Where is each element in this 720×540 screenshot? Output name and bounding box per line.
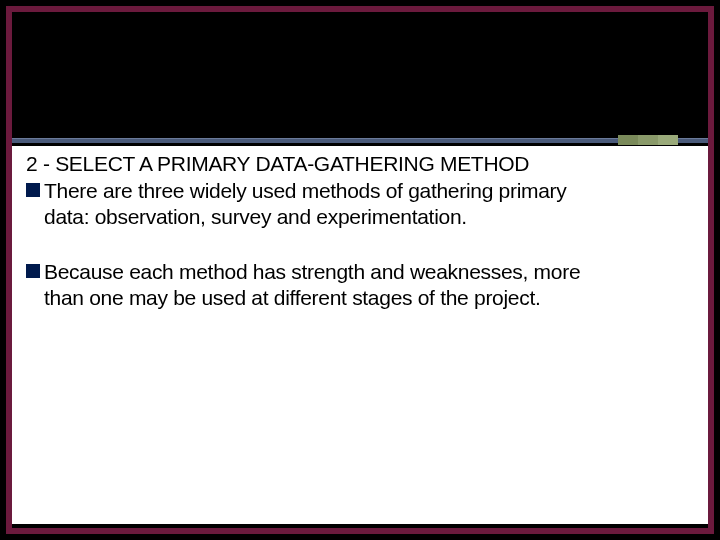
bullet-item: There are three widely used methods of g…: [26, 178, 694, 231]
bullet-square-icon: [26, 183, 40, 197]
slide-outer-frame: 2 - SELECT A PRIMARY DATA-GATHERING METH…: [0, 0, 720, 540]
slide-border: 2 - SELECT A PRIMARY DATA-GATHERING METH…: [6, 6, 714, 534]
slide-inner: 2 - SELECT A PRIMARY DATA-GATHERING METH…: [12, 12, 708, 528]
bullet-text: Because each method has strength and wea…: [44, 259, 580, 285]
accent-segment: [638, 135, 658, 145]
bullet-continuation: than one may be used at different stages…: [44, 285, 694, 311]
bullet-text: There are three widely used methods of g…: [44, 178, 566, 204]
bullet-continuation: data: observation, survey and experiment…: [44, 204, 694, 230]
accent-segment: [618, 135, 638, 145]
accent-segment: [658, 135, 678, 145]
bullet-square-icon: [26, 264, 40, 278]
bar-accent: [618, 135, 678, 145]
bar-line: [12, 138, 708, 143]
bullet-item: Because each method has strength and wea…: [26, 259, 694, 312]
header-space: [12, 12, 708, 138]
content-area: 2 - SELECT A PRIMARY DATA-GATHERING METH…: [12, 146, 708, 524]
separator-bar: [12, 138, 708, 146]
slide-heading: 2 - SELECT A PRIMARY DATA-GATHERING METH…: [26, 152, 694, 176]
